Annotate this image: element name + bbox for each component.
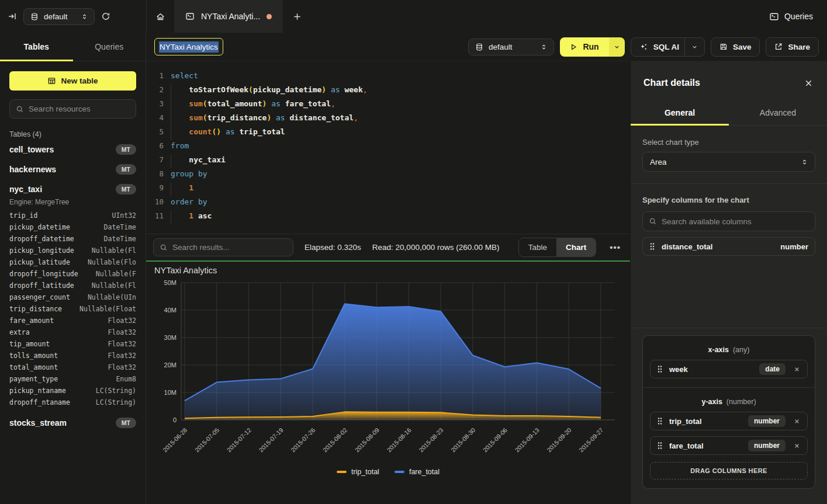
queries-label: Queries (784, 12, 813, 21)
x-axis-tick-label: 2015-09-06 (482, 426, 509, 454)
results-more-button[interactable]: ••• (607, 242, 623, 252)
x-axis-tick-label: 2015-07-12 (225, 426, 252, 454)
y-axis-column-chip[interactable]: trip_totalnumber (650, 412, 808, 430)
drag-handle-icon[interactable] (657, 417, 663, 425)
unsaved-changes-dot (267, 14, 272, 19)
table-row[interactable]: stocks_streamMT (9, 413, 136, 433)
table-view-button[interactable]: Table (519, 238, 556, 256)
column-row[interactable]: tolls_amountFloat32 (9, 350, 136, 362)
share-button[interactable]: Share (766, 37, 819, 57)
column-row[interactable]: dropoff_ntanameLC(String) (9, 397, 136, 408)
column-row[interactable]: tip_amountFloat32 (9, 338, 136, 350)
column-row[interactable]: passenger_countNullable(UIn (9, 291, 136, 303)
table-engine-badge: MT (116, 184, 136, 194)
column-row[interactable]: trip_idUInt32 (9, 210, 136, 221)
new-tab-button[interactable] (283, 0, 311, 33)
tab-home[interactable] (147, 0, 174, 33)
y-axis-tick-label: 50M (164, 279, 177, 286)
play-icon (570, 43, 577, 51)
column-row[interactable]: pickup_ntanameLC(String) (9, 385, 136, 397)
column-row[interactable]: pickup_latitudeNullable(Flo (9, 256, 136, 268)
line-number: 2 (146, 85, 164, 94)
run-button[interactable]: Run (560, 37, 608, 57)
chevron-updown-icon (801, 158, 808, 166)
column-name: tip_amount (9, 338, 50, 350)
column-type: Float32 (108, 315, 136, 326)
table-row[interactable]: hackernewsMT (9, 159, 136, 179)
chart-view-button[interactable]: Chart (556, 238, 596, 256)
query-title-input[interactable]: NYTaxi Analytics (154, 38, 223, 55)
queries-button[interactable]: Queries (769, 0, 813, 33)
chip-type-label: number (780, 242, 808, 251)
columns-search-input[interactable] (662, 217, 809, 226)
column-row[interactable]: trip_distanceNullable(Float (9, 303, 136, 315)
y-axis-tick-label: 10M (164, 389, 177, 396)
legend-item-fare_total[interactable]: fare_total (395, 468, 440, 476)
available-columns-list: distance_totalnumber (642, 231, 815, 256)
panel-body: Select chart type Area Specify columns f… (631, 126, 827, 504)
remove-column-button[interactable] (793, 442, 801, 450)
line-number: 6 (146, 141, 164, 150)
sql-ai-button[interactable]: SQL AI (631, 37, 705, 57)
x-axis-column-chip[interactable]: weekdate (650, 360, 808, 378)
tables-section-header: Tables (4) (9, 130, 136, 138)
column-row[interactable]: dropoff_datetimeDateTime (9, 233, 136, 245)
drag-handle-icon[interactable] (657, 442, 663, 450)
chart-type-select[interactable]: Area (642, 152, 815, 172)
x-axis-tick-label: 2015-07-19 (257, 426, 285, 454)
x-axis-section: x-axis (any) weekdate (643, 336, 815, 387)
sidebar-tab-queries[interactable]: Queries (73, 33, 146, 61)
results-search-input[interactable] (172, 243, 287, 252)
save-button[interactable]: Save (711, 37, 760, 57)
new-table-button[interactable]: New table (9, 71, 136, 91)
ellipsis-icon: ••• (610, 242, 621, 252)
column-row[interactable]: dropoff_longitudeNullable(F (9, 268, 136, 280)
column-row[interactable]: payment_typeEnum8 (9, 373, 136, 385)
topbar-database-value: default (44, 12, 68, 21)
panel-tab-general[interactable]: General (631, 101, 729, 125)
area-series-fare_total (185, 304, 601, 420)
main-row: 1select2 toStartOfWeek(pickup_datetime) … (146, 61, 827, 504)
chart-section: NYTaxi Analytics 010M20M30M40M50M2015-06… (146, 262, 630, 504)
sql-ai-options-button[interactable] (684, 38, 704, 56)
topbar-database-selector[interactable]: default (23, 8, 95, 25)
read-stat: Read: 20,000,000 rows (260.00 MB) (372, 243, 500, 252)
column-row[interactable]: extraFloat32 (9, 326, 136, 338)
collapse-sidebar-icon (8, 12, 17, 21)
drag-columns-drop-zone[interactable]: DRAG COLUMNS HERE (650, 462, 808, 479)
remove-column-button[interactable] (793, 366, 801, 373)
code-line: 2 toStartOfWeek(pickup_datetime) as week… (146, 82, 630, 96)
run-options-button[interactable] (609, 37, 625, 57)
drag-handle-icon[interactable] (657, 365, 663, 373)
column-row[interactable]: pickup_datetimeDateTime (9, 221, 136, 233)
column-row[interactable]: pickup_longitudeNullable(Fl (9, 245, 136, 256)
panel-tab-advanced[interactable]: Advanced (729, 101, 827, 125)
table-row[interactable]: nyc_taxiMT (9, 179, 136, 199)
column-row[interactable]: dropoff_latitudeNullable(Fl (9, 280, 136, 291)
legend-label: trip_total (351, 468, 379, 476)
column-name: dropoff_longitude (9, 268, 78, 280)
sidebar-search-input[interactable] (29, 105, 130, 113)
chip-column-name: distance_total (662, 242, 712, 251)
toolbar-database-selector[interactable]: default (468, 39, 555, 55)
y-axis-column-chip[interactable]: fare_totalnumber (650, 436, 808, 455)
tab-nytaxi-analytics[interactable]: NYTaxi Analyti... (174, 0, 283, 33)
x-axis-tick-label: 2015-08-30 (449, 426, 477, 454)
panel-close-button[interactable] (804, 79, 813, 88)
refresh-button[interactable] (101, 12, 110, 21)
x-axis-items: weekdate (650, 360, 808, 378)
available-column-chip[interactable]: distance_totalnumber (642, 237, 815, 256)
table-row[interactable]: cell_towersMT (9, 140, 136, 159)
drag-handle-icon[interactable] (649, 242, 655, 251)
sql-editor[interactable]: 1select2 toStartOfWeek(pickup_datetime) … (146, 61, 630, 234)
sidebar-tab-tables[interactable]: Tables (0, 33, 73, 61)
remove-column-button[interactable] (793, 418, 801, 425)
collapse-sidebar-button[interactable] (8, 12, 17, 21)
column-type: Float32 (108, 338, 136, 350)
column-row[interactable]: total_amountFloat32 (9, 362, 136, 373)
legend-item-trip_total[interactable]: trip_total (337, 468, 379, 476)
column-type: Nullable(UIn (88, 291, 136, 303)
column-row[interactable]: fare_amountFloat32 (9, 315, 136, 326)
line-content: order by (164, 197, 207, 206)
y-axis-items: trip_totalnumberfare_totalnumber (650, 412, 808, 455)
